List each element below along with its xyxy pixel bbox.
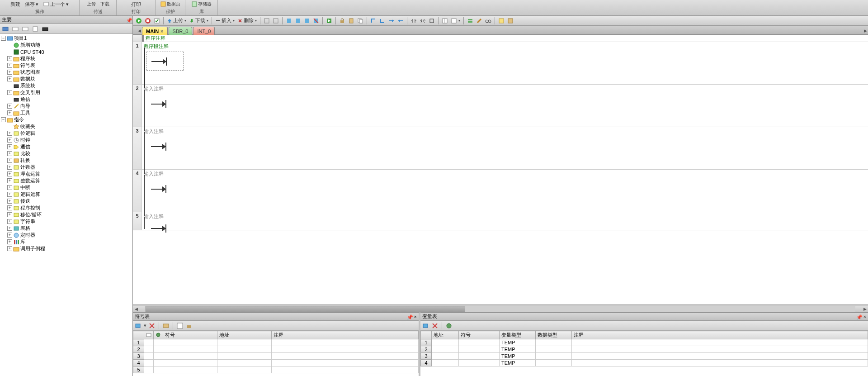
tree-node-cross-ref[interactable]: +交叉引用 bbox=[0, 89, 132, 96]
table-row[interactable]: 2 bbox=[133, 346, 419, 353]
ladder-element[interactable] bbox=[146, 179, 184, 198]
contact-icon[interactable] bbox=[410, 17, 418, 24]
table-row[interactable]: 4TEMP bbox=[421, 360, 868, 366]
network-comment[interactable]: 输入注释 bbox=[144, 213, 866, 220]
table-row[interactable]: 1TEMP bbox=[421, 339, 868, 346]
scroll-right-icon[interactable]: ▶ bbox=[862, 307, 868, 311]
network-4[interactable]: 4 输入注释 bbox=[133, 170, 868, 212]
tree-node-cpu[interactable]: CPU ST40 bbox=[0, 48, 132, 55]
network-1[interactable]: 1 程序段注释 bbox=[133, 42, 868, 85]
tree-node-bit-logic[interactable]: +位逻辑 bbox=[0, 130, 132, 137]
tree-node-project[interactable]: −项目1 bbox=[0, 35, 132, 42]
tool-icon-1[interactable] bbox=[263, 17, 271, 24]
download-toolbar-button[interactable]: 下载 bbox=[188, 17, 209, 24]
view-options-icon[interactable] bbox=[450, 17, 461, 24]
ladder-element[interactable] bbox=[146, 137, 184, 156]
scroll-left-icon[interactable]: ◀ bbox=[133, 307, 139, 311]
network-2[interactable]: 2 输入注释 bbox=[133, 85, 868, 127]
new-button[interactable]: 新建 bbox=[9, 0, 22, 8]
glasses-icon[interactable] bbox=[484, 17, 492, 24]
network-comment[interactable]: 输入注释 bbox=[144, 128, 866, 135]
memory-button[interactable]: 存储器 bbox=[190, 0, 213, 8]
pin-icon[interactable]: 📌 bbox=[407, 314, 411, 319]
compile-button[interactable] bbox=[153, 17, 161, 24]
table-row[interactable]: 4 bbox=[133, 360, 419, 366]
monitor-icon[interactable] bbox=[466, 17, 474, 24]
symbol-lock-icon[interactable] bbox=[185, 322, 193, 329]
var-tool-icon[interactable] bbox=[445, 322, 453, 329]
symbol-build-icon[interactable] bbox=[176, 322, 184, 329]
tree-tool-4-icon[interactable] bbox=[32, 25, 39, 33]
tree-node-string[interactable]: +字符串 bbox=[0, 218, 132, 225]
window-split-icon[interactable] bbox=[441, 17, 449, 24]
branch-up-icon[interactable] bbox=[369, 17, 377, 24]
tree-node-integer[interactable]: +整数运算 bbox=[0, 177, 132, 184]
symbol-tool-icon[interactable] bbox=[162, 322, 170, 329]
table-row[interactable]: 3 bbox=[133, 353, 419, 360]
line-left-icon[interactable] bbox=[396, 17, 405, 24]
var-delete-icon[interactable] bbox=[431, 322, 439, 329]
col-symbol[interactable]: 符号 bbox=[163, 331, 217, 339]
tree-node-convert[interactable]: +转换 bbox=[0, 157, 132, 164]
pin-icon[interactable]: 📌 bbox=[856, 314, 861, 319]
coil-icon[interactable] bbox=[419, 17, 427, 24]
tree-node-table[interactable]: +表格 bbox=[0, 225, 132, 232]
datapage-button[interactable]: 数据页 bbox=[159, 0, 182, 8]
network-3[interactable]: 3 输入注释 bbox=[133, 127, 868, 170]
save-button[interactable]: 保存▾ bbox=[23, 0, 40, 8]
tree-node-shift[interactable]: +移位/循环 bbox=[0, 211, 132, 218]
network-5[interactable]: 5 输入注释 bbox=[133, 212, 868, 230]
tab-scroll-right[interactable]: ▶ bbox=[863, 27, 868, 34]
tree-node-move[interactable]: +传送 bbox=[0, 198, 132, 205]
previous-button[interactable]: 上一个▾ bbox=[41, 0, 71, 8]
col-vartype[interactable]: 变量类型 bbox=[500, 331, 536, 339]
lock-icon[interactable] bbox=[338, 17, 346, 24]
tree-node-program-ctrl[interactable]: +程序控制 bbox=[0, 205, 132, 211]
bookmark-next-icon[interactable] bbox=[303, 17, 311, 24]
tree-node-comm2[interactable]: +通信 bbox=[0, 143, 132, 150]
editor-hscroll[interactable]: ◀ ▶ bbox=[133, 305, 868, 312]
bookmark-prev-icon[interactable] bbox=[294, 17, 302, 24]
symbol-delete-icon[interactable] bbox=[148, 322, 156, 329]
run-button[interactable] bbox=[135, 17, 143, 24]
table-row[interactable]: 5 bbox=[133, 366, 419, 373]
program-comment-row[interactable]: 程序注释 bbox=[133, 35, 868, 42]
col-address[interactable]: 地址 bbox=[432, 331, 459, 339]
table-row[interactable]: 1 bbox=[133, 339, 419, 346]
edit-icon[interactable] bbox=[475, 17, 483, 24]
ladder-element[interactable] bbox=[146, 52, 184, 71]
ladder-editor[interactable]: 程序注释 1 程序段注释 2 输入注释 3 bbox=[133, 35, 868, 305]
settings-icon[interactable] bbox=[506, 17, 514, 24]
tree-node-library[interactable]: +库 bbox=[0, 238, 132, 245]
symbol-add-icon[interactable] bbox=[135, 322, 142, 329]
variable-grid[interactable]: 地址 符号 变量类型 数据类型 注释 1TEMP 2TEMP 3TEMP 4TE… bbox=[420, 331, 868, 376]
col-comment[interactable]: 注释 bbox=[272, 331, 419, 339]
tree-node-tools[interactable]: +工具 bbox=[0, 109, 132, 116]
var-add-icon[interactable] bbox=[422, 322, 429, 329]
tree-node-interrupt[interactable]: +中断 bbox=[0, 184, 132, 191]
tree-node-status-chart[interactable]: +状态图表 bbox=[0, 69, 132, 76]
symbol-grid[interactable]: 符号 地址 注释 1 2 3 4 5 bbox=[133, 331, 419, 376]
delete-toolbar-button[interactable]: 删除 bbox=[236, 17, 258, 24]
download-button-ribbon[interactable]: 下载 bbox=[99, 0, 111, 8]
bookmark-clear-icon[interactable] bbox=[312, 17, 320, 24]
tree-node-program-block[interactable]: +程序块 bbox=[0, 55, 132, 62]
tab-close-icon[interactable]: × bbox=[160, 29, 163, 34]
box-icon[interactable] bbox=[428, 17, 436, 24]
tree-node-call-sub[interactable]: +调用子例程 bbox=[0, 245, 132, 252]
tree-node-favorites[interactable]: 收藏夹 bbox=[0, 123, 132, 130]
tree-node-float[interactable]: +浮点运算 bbox=[0, 171, 132, 177]
bookmark-add-icon[interactable] bbox=[285, 17, 293, 24]
tree-node-compare[interactable]: +比较 bbox=[0, 150, 132, 157]
col-datatype[interactable]: 数据类型 bbox=[536, 331, 572, 339]
tree-node-timer[interactable]: +定时器 bbox=[0, 232, 132, 238]
tree-node-comm[interactable]: 通信 bbox=[0, 96, 132, 103]
tree-node-clock[interactable]: +时钟 bbox=[0, 137, 132, 143]
tree-tool-5-icon[interactable] bbox=[42, 25, 49, 33]
insert-toolbar-button[interactable]: 插入 bbox=[214, 17, 236, 24]
network-comment[interactable]: 输入注释 bbox=[144, 86, 866, 92]
tool-icon-2[interactable] bbox=[272, 17, 280, 24]
stop-button[interactable] bbox=[144, 17, 152, 24]
tree-tool-1-icon[interactable] bbox=[2, 25, 9, 33]
col-address[interactable]: 地址 bbox=[217, 331, 272, 339]
